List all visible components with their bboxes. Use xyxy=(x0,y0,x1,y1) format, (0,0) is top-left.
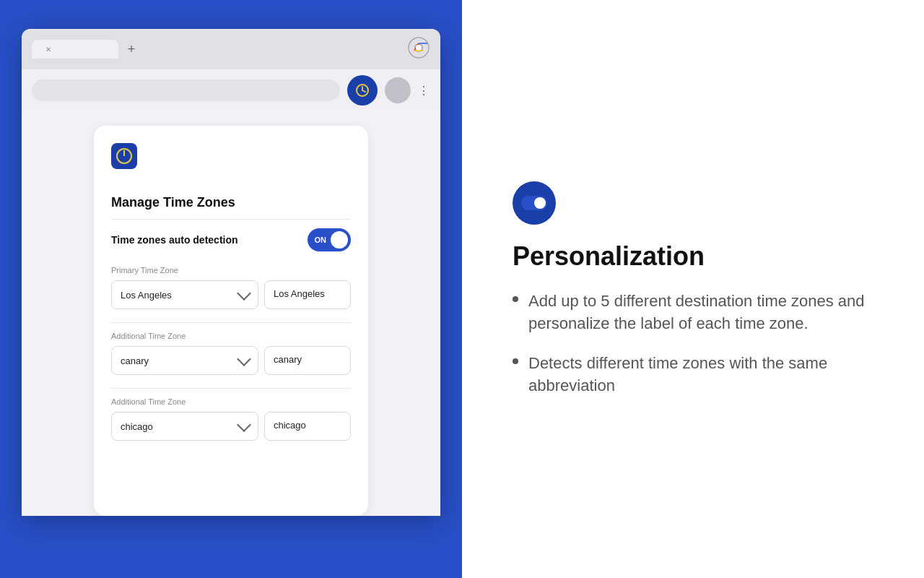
additional-tz-1-label: Additional Time Zone xyxy=(111,332,351,340)
toggle-icon-circle xyxy=(534,197,546,209)
additional-tz-1-select-value: canary xyxy=(121,355,149,366)
chevron-down-icon xyxy=(237,286,251,301)
toggle-on-icon xyxy=(521,196,547,210)
divider-2 xyxy=(111,322,351,323)
additional-tz-1-select[interactable]: canary xyxy=(111,346,258,375)
browser-mockup: ✕ + xyxy=(22,29,440,516)
toggle-on-label: ON xyxy=(315,236,327,244)
svg-point-2 xyxy=(416,45,422,51)
additional-tz-2-row: chicago chicago xyxy=(111,412,351,441)
browser-avatar[interactable] xyxy=(385,77,411,103)
additional-tz-2-select-value: chicago xyxy=(121,421,153,432)
left-panel: ✕ + xyxy=(0,0,462,578)
bullet-dot-2 xyxy=(513,358,518,364)
primary-tz-label: Primary Time Zone xyxy=(111,266,351,275)
toggle-circle xyxy=(331,231,348,249)
clock-logo-icon xyxy=(116,148,132,164)
feature-bullet-2: Detects different time zones with the sa… xyxy=(513,353,873,397)
chevron-down-icon-3 xyxy=(237,418,251,432)
auto-detection-toggle[interactable]: ON xyxy=(308,228,352,251)
address-bar[interactable] xyxy=(32,79,340,101)
card-logo xyxy=(111,143,137,169)
additional-tz-1-row: canary canary xyxy=(111,346,351,375)
auto-detection-label: Time zones auto detection xyxy=(111,234,238,246)
feature-bullet-1: Add up to 5 different destination time z… xyxy=(513,290,873,335)
clock-extension-icon[interactable] xyxy=(347,75,378,105)
additional-tz-1-input[interactable]: canary xyxy=(264,346,351,375)
manage-timezones-card: Manage Time Zones Time zones auto detect… xyxy=(94,126,368,516)
primary-tz-select-value: Los Angeles xyxy=(121,290,172,301)
browser-menu-icon[interactable]: ⋮ xyxy=(418,84,430,98)
primary-tz-group: Primary Time Zone Los Angeles Los Angele… xyxy=(111,266,351,309)
active-tab[interactable]: ✕ xyxy=(32,40,118,59)
divider xyxy=(111,219,351,220)
auto-detection-row: Time zones auto detection ON xyxy=(111,228,351,251)
bullet-text-1: Add up to 5 different destination time z… xyxy=(528,290,873,335)
additional-tz-2-select[interactable]: chicago xyxy=(111,412,258,441)
bullet-text-2: Detects different time zones with the sa… xyxy=(528,353,873,397)
tab-bar: ✕ + xyxy=(32,39,141,59)
additional-tz-2-group: Additional Time Zone chicago chicago xyxy=(111,397,351,441)
primary-tz-select[interactable]: Los Angeles xyxy=(111,280,258,309)
browser-titlebar: ✕ + xyxy=(22,29,440,69)
feature-icon xyxy=(513,181,556,225)
bullet-dot-1 xyxy=(513,296,518,302)
card-header xyxy=(111,143,351,181)
primary-tz-row: Los Angeles Los Angeles xyxy=(111,280,351,309)
chrome-icon xyxy=(407,36,430,62)
chevron-down-icon-2 xyxy=(237,352,251,366)
right-panel: Personalization Add up to 5 different de… xyxy=(462,0,924,578)
feature-bullets: Add up to 5 different destination time z… xyxy=(513,290,873,397)
svg-line-5 xyxy=(362,90,365,92)
card-title: Manage Time Zones xyxy=(111,195,351,210)
browser-content: Manage Time Zones Time zones auto detect… xyxy=(22,111,440,516)
additional-tz-2-input[interactable]: chicago xyxy=(264,412,351,441)
additional-tz-2-label: Additional Time Zone xyxy=(111,397,351,406)
primary-tz-input[interactable]: Los Angeles xyxy=(264,280,351,309)
divider-3 xyxy=(111,388,351,389)
new-tab-button[interactable]: + xyxy=(121,39,141,59)
additional-tz-1-group: Additional Time Zone canary canary xyxy=(111,332,351,375)
tab-close-icon[interactable]: ✕ xyxy=(43,44,53,54)
browser-toolbar: ⋮ xyxy=(22,69,440,111)
feature-title: Personalization xyxy=(513,242,873,271)
